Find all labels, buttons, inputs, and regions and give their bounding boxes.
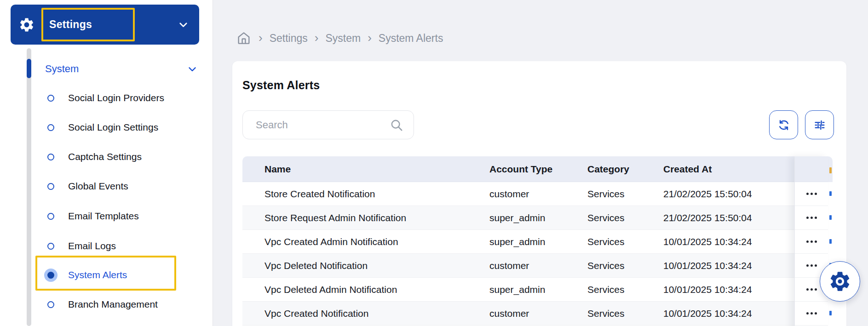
cell-name: Vpc Created Admin Notification [242, 236, 489, 247]
sidebar-item-email-templates[interactable]: Email Templates [44, 205, 196, 227]
hidden-column-fragment [829, 191, 832, 196]
chevron-down-icon[interactable] [177, 18, 190, 31]
search-box [242, 110, 414, 139]
cell-account-type: customer [489, 189, 587, 200]
sidebar-item-social-login-settings[interactable]: Social Login Settings [44, 116, 196, 138]
refresh-button[interactable] [769, 110, 798, 139]
sidebar-item-label: Email Templates [68, 211, 139, 222]
table-row[interactable]: Vpc Deleted Notification customer Servic… [242, 254, 833, 278]
row-actions-button[interactable] [795, 302, 828, 326]
sidebar-item-captcha-settings[interactable]: Captcha Settings [44, 146, 196, 168]
ellipsis-icon [806, 193, 817, 195]
column-header-category[interactable]: Category [587, 164, 663, 175]
system-alerts-table: Name Account Type Category Created At St… [242, 156, 833, 326]
cell-account-type: super_admin [489, 284, 587, 295]
hidden-column-fragment [829, 167, 832, 173]
cell-category: Services [587, 260, 663, 271]
cell-name: Vpc Created Notification [242, 308, 489, 319]
cell-category: Services [587, 212, 663, 223]
sidebar-item-label: Email Logs [68, 240, 116, 252]
sidebar-item-label: Branch Management [68, 299, 158, 310]
sliders-icon [813, 119, 826, 132]
floating-settings-button[interactable] [820, 261, 860, 302]
sidebar-header-settings[interactable]: Settings [11, 5, 199, 45]
content-card: System Alerts Name Account Type Category… [232, 61, 846, 326]
filter-button[interactable] [805, 110, 834, 139]
overflow-column-sliver [828, 156, 833, 326]
cell-category: Services [587, 189, 663, 200]
sidebar-item-label: Global Events [68, 181, 128, 192]
chevron-down-icon [186, 63, 198, 75]
cell-category: Services [587, 236, 663, 247]
radio-bullet-icon [47, 124, 54, 131]
column-header-account-type[interactable]: Account Type [489, 164, 587, 175]
table-row[interactable]: Store Created Notification customer Serv… [242, 182, 833, 206]
actions-column [794, 156, 828, 326]
sidebar-item-label: Social Login Settings [68, 122, 158, 133]
home-icon[interactable] [236, 30, 252, 46]
sidebar-item-branch-management[interactable]: Branch Management [44, 293, 196, 315]
row-actions-button[interactable] [795, 206, 828, 230]
radio-bullet-icon [47, 95, 54, 102]
radio-bullet-icon [47, 243, 54, 250]
breadcrumb-separator: › [315, 32, 319, 45]
refresh-icon [777, 119, 790, 132]
breadcrumb: › Settings › System › System Alerts [236, 28, 443, 49]
ellipsis-icon [806, 264, 817, 267]
table-row[interactable]: Vpc Deleted Admin Notification super_adm… [242, 278, 833, 302]
radio-bullet-icon [47, 154, 54, 160]
breadcrumb-separator: › [259, 32, 263, 45]
sidebar-group-label: System [45, 63, 79, 75]
ellipsis-icon [806, 217, 817, 219]
row-actions-button[interactable] [795, 230, 828, 254]
cell-category: Services [587, 308, 663, 319]
table-row[interactable]: Store Request Admin Notification super_a… [242, 206, 833, 230]
cell-account-type: customer [489, 308, 587, 319]
ellipsis-icon [806, 288, 817, 291]
sidebar-item-global-events[interactable]: Global Events [44, 175, 196, 197]
row-actions-button[interactable] [795, 182, 828, 206]
column-header-name[interactable]: Name [242, 164, 489, 175]
cell-name: Store Request Admin Notification [242, 212, 489, 223]
radio-selected-icon [44, 269, 57, 282]
cell-category: Services [587, 284, 663, 295]
cell-name: Store Created Notification [242, 189, 489, 200]
sidebar-item-label: Social Login Providers [68, 92, 164, 103]
cell-name: Vpc Deleted Notification [242, 260, 489, 271]
sidebar-tree-active-marker [27, 59, 31, 78]
breadcrumb-settings[interactable]: Settings [270, 32, 308, 45]
sidebar-tree-track [27, 48, 31, 326]
table-row[interactable]: Vpc Created Notification customer Servic… [242, 302, 833, 326]
radio-bullet-icon [47, 301, 54, 308]
sidebar-group-system[interactable]: System [45, 58, 201, 80]
cell-account-type: super_admin [489, 212, 587, 223]
search-input[interactable] [243, 111, 390, 139]
sidebar-item-social-login-providers[interactable]: Social Login Providers [44, 87, 196, 109]
ellipsis-icon [806, 312, 817, 315]
page-title: System Alerts [242, 79, 320, 92]
radio-bullet-icon [47, 213, 54, 220]
table-row[interactable]: Vpc Created Admin Notification super_adm… [242, 230, 833, 254]
cell-name: Vpc Deleted Admin Notification [242, 284, 489, 295]
cell-account-type: super_admin [489, 236, 587, 247]
sidebar: Settings System Social Login Providers S… [0, 0, 213, 326]
gear-icon [18, 17, 35, 33]
sidebar-item-label: System Alerts [68, 269, 127, 280]
sidebar-header-label: Settings [49, 18, 92, 31]
breadcrumb-system-alerts: System Alerts [379, 32, 443, 45]
gear-icon [828, 269, 852, 293]
table-header-row: Name Account Type Category Created At [242, 156, 833, 182]
hidden-column-fragment [829, 239, 832, 244]
hidden-column-fragment [829, 311, 832, 315]
radio-bullet-icon [47, 183, 54, 190]
breadcrumb-system[interactable]: System [325, 32, 361, 45]
sidebar-item-label: Captcha Settings [68, 151, 142, 162]
actions-column-header [795, 156, 828, 182]
ellipsis-icon [806, 240, 817, 243]
sidebar-item-system-alerts[interactable]: System Alerts [44, 264, 196, 286]
magnifier-icon [390, 118, 403, 132]
breadcrumb-separator: › [368, 32, 372, 45]
sidebar-item-email-logs[interactable]: Email Logs [44, 235, 196, 257]
hidden-column-fragment [829, 215, 832, 220]
cell-account-type: customer [489, 260, 587, 271]
